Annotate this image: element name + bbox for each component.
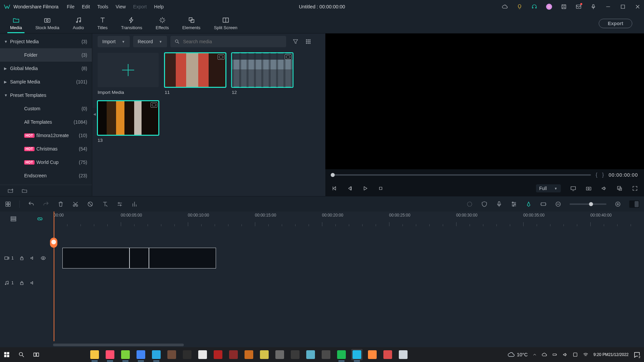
cloud-icon[interactable]	[502, 4, 508, 10]
onedrive-icon[interactable]	[542, 352, 547, 357]
timeline-scrollbar[interactable]	[0, 343, 644, 347]
taskbar-app[interactable]	[104, 349, 116, 360]
wifi-icon[interactable]	[583, 352, 589, 357]
text-tool-icon[interactable]	[102, 201, 108, 207]
tree-item-filmora12create[interactable]: HOTfilmora12create(10)	[0, 129, 92, 142]
battery-icon[interactable]	[552, 352, 558, 357]
timeline-ruler[interactable]: 00:0000:00:05:0000:00:10:0000:00:15:0000…	[53, 212, 644, 226]
display-icon[interactable]	[570, 185, 576, 191]
task-view-icon[interactable]	[33, 351, 40, 358]
tab-effects[interactable]: Effects	[149, 16, 176, 30]
search-input[interactable]	[183, 39, 282, 44]
zoom-in-icon[interactable]	[614, 201, 621, 207]
taskbar-app[interactable]	[305, 349, 316, 360]
filter-icon[interactable]	[292, 38, 299, 45]
menu-edit[interactable]: Edit	[82, 4, 90, 9]
timeline-clip[interactable]	[62, 248, 129, 268]
minimize-icon[interactable]	[605, 4, 611, 10]
media-clip-13[interactable]: 13	[98, 101, 159, 143]
marker-icon[interactable]	[525, 201, 532, 207]
taskbar-app[interactable]	[166, 349, 177, 360]
notifications-icon[interactable]: 2	[633, 351, 641, 358]
idea-icon[interactable]	[517, 4, 523, 10]
folder-icon[interactable]	[21, 188, 28, 194]
tree-item-project-media[interactable]: ▼Project Media(3)	[0, 35, 92, 48]
volume-icon[interactable]	[601, 185, 607, 191]
export-button[interactable]: Export	[599, 19, 632, 28]
tab-stock-media[interactable]: Stock Media	[29, 16, 66, 30]
search-media[interactable]	[170, 36, 286, 47]
adjust-icon[interactable]	[116, 201, 123, 207]
tab-transitions[interactable]: Transitions	[114, 16, 149, 30]
timeline-clip[interactable]	[129, 248, 149, 268]
tree-item-preset-templates[interactable]: ▼Preset Templates	[0, 88, 92, 102]
import-dropdown[interactable]: Import▼	[98, 36, 130, 47]
taskbar-app[interactable]	[243, 349, 255, 360]
popout-icon[interactable]	[616, 185, 623, 191]
fit-icon[interactable]	[540, 201, 547, 207]
taskbar-app[interactable]	[151, 349, 162, 360]
taskbar-app[interactable]	[228, 349, 239, 360]
tree-item-all-templates[interactable]: All Templates(1084)	[0, 115, 92, 129]
taskbar-app[interactable]	[120, 349, 131, 360]
import-media-tile[interactable]: Import Media	[98, 53, 159, 95]
tree-item-folder[interactable]: Folder(3)	[0, 48, 92, 62]
playhead[interactable]	[54, 212, 54, 341]
tray-chevron-icon[interactable]	[532, 352, 537, 357]
lock-icon[interactable]	[19, 280, 24, 286]
tab-media[interactable]: Media	[3, 16, 29, 30]
link-icon[interactable]	[37, 216, 43, 222]
tab-elements[interactable]: Elements	[175, 16, 207, 30]
mute-icon[interactable]	[30, 255, 35, 261]
taskbar-app[interactable]	[382, 349, 393, 360]
taskbar-app[interactable]	[397, 349, 409, 360]
render-icon[interactable]	[466, 201, 473, 207]
tab-audio[interactable]: Audio	[66, 16, 91, 30]
grid-view-icon[interactable]	[305, 38, 312, 45]
delete-icon[interactable]	[57, 201, 64, 207]
tree-item-global-media[interactable]: ▶Global Media(8)	[0, 62, 92, 75]
preview-quality-select[interactable]: Full▼	[536, 184, 561, 192]
taskbar-app[interactable]	[320, 349, 332, 360]
taskbar-app[interactable]	[367, 349, 378, 360]
video-lane[interactable]	[53, 246, 644, 270]
menu-file[interactable]: File	[67, 4, 74, 9]
tree-item-world-cup[interactable]: HOTWorld Cup(75)	[0, 156, 92, 169]
taskbar-app[interactable]	[181, 349, 193, 360]
stop-icon[interactable]	[378, 185, 384, 191]
split-clip-icon[interactable]	[72, 201, 79, 207]
tree-item-christmas[interactable]: HOTChristmas(54)	[0, 142, 92, 156]
crop-icon[interactable]	[87, 201, 94, 207]
play-icon[interactable]	[362, 185, 368, 191]
timeline-clip[interactable]	[149, 248, 216, 268]
voiceover-icon[interactable]	[496, 201, 502, 207]
preview-viewport[interactable]	[325, 34, 644, 169]
save-icon[interactable]	[561, 4, 567, 10]
mixer-icon[interactable]	[511, 201, 517, 207]
step-back-icon[interactable]	[331, 185, 337, 191]
fullscreen-icon[interactable]	[632, 185, 638, 191]
avatar-icon[interactable]	[546, 4, 552, 10]
tree-item-endscreen[interactable]: Endscreen(23)	[0, 169, 92, 182]
start-icon[interactable]	[3, 351, 10, 358]
preview-scrubber[interactable]	[331, 174, 591, 176]
taskbar-app[interactable]	[135, 349, 147, 360]
tab-split-screen[interactable]: Split Screen	[207, 16, 244, 30]
menu-help[interactable]: Help	[154, 4, 164, 9]
taskbar-app[interactable]	[351, 349, 363, 360]
mute-icon[interactable]	[30, 280, 35, 286]
menu-view[interactable]: View	[116, 4, 126, 9]
track-manager-icon[interactable]	[10, 216, 17, 222]
zoom-slider[interactable]	[570, 203, 606, 205]
message-icon[interactable]	[576, 4, 582, 10]
play-backward-icon[interactable]	[347, 185, 353, 191]
zoom-out-icon[interactable]	[555, 201, 561, 207]
mark-in-icon[interactable]: {	[596, 172, 597, 178]
record-dropdown[interactable]: Record▼	[133, 36, 167, 47]
taskbar-app[interactable]	[89, 349, 100, 360]
mark-out-icon[interactable]: }	[602, 172, 604, 178]
media-clip-11[interactable]: 11	[165, 53, 226, 95]
equalizer-icon[interactable]	[131, 201, 138, 207]
tab-titles[interactable]: Titles	[91, 16, 114, 30]
layout-icon[interactable]	[5, 201, 11, 207]
